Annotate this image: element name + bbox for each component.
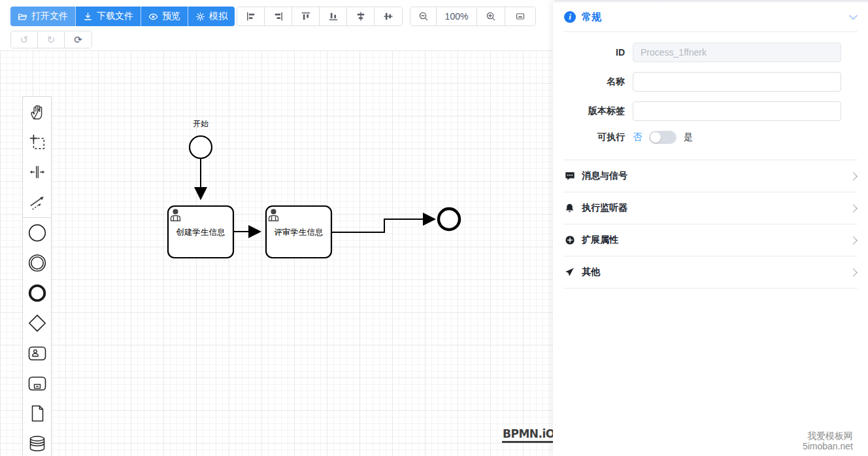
name-label: 名称 bbox=[553, 76, 625, 88]
watermark-line1: 我爱模板网 bbox=[803, 430, 853, 441]
general-form: ID 名称 版本标签 可执行 否 是 bbox=[553, 32, 868, 160]
process-diagram: 开始 创建学生信息 评审学生信息 bbox=[0, 0, 553, 456]
toggle-knob bbox=[650, 132, 661, 143]
plus-circle-icon bbox=[564, 235, 575, 245]
send-icon bbox=[564, 267, 575, 277]
task-create-student-label: 创建学生信息 bbox=[176, 228, 225, 237]
id-input[interactable] bbox=[633, 43, 841, 62]
executable-label: 可执行 bbox=[553, 132, 625, 143]
executable-toggle[interactable] bbox=[649, 131, 676, 144]
chevron-right-icon bbox=[849, 236, 858, 245]
end-event-shape[interactable] bbox=[439, 209, 459, 230]
bpmn-editor: 打开文件 下载文件 预览 模拟 bbox=[0, 0, 868, 456]
version-input[interactable] bbox=[633, 101, 841, 121]
id-label: ID bbox=[553, 47, 625, 58]
version-field-row: 版本标签 bbox=[553, 101, 841, 121]
bpmn-io-logo[interactable]: BPMN.iO bbox=[502, 427, 556, 443]
task-review-student-label: 评审学生信息 bbox=[275, 228, 324, 237]
message-icon bbox=[564, 171, 575, 181]
sequence-flow-review-to-end[interactable] bbox=[331, 219, 435, 232]
section-extended-properties[interactable]: 扩展属性 bbox=[553, 224, 868, 256]
version-label: 版本标签 bbox=[553, 105, 625, 117]
divider bbox=[563, 288, 858, 289]
properties-panel: i 常规 ID 名称 版本标签 可执行 否 是 bbox=[553, 0, 868, 456]
section-execution-listeners[interactable]: 执行监听器 bbox=[553, 192, 868, 224]
start-event-shape[interactable] bbox=[190, 136, 212, 158]
watermark-line2: 5imoban.net bbox=[803, 441, 853, 451]
bpmn-canvas[interactable]: 打开文件 下载文件 预览 模拟 bbox=[0, 0, 553, 456]
name-field-row: 名称 bbox=[553, 72, 841, 92]
executable-no-label: 否 bbox=[633, 132, 642, 143]
panel-top-edge bbox=[553, 0, 868, 3]
bell-icon bbox=[564, 203, 575, 213]
general-section-title: 常规 bbox=[582, 11, 601, 24]
chevron-right-icon bbox=[849, 172, 858, 181]
section-messages-signals[interactable]: 消息与信号 bbox=[553, 160, 868, 192]
chevron-right-icon bbox=[849, 268, 858, 277]
chevron-down-icon bbox=[849, 11, 858, 20]
executable-yes-label: 是 bbox=[684, 132, 693, 143]
chevron-right-icon bbox=[849, 204, 858, 213]
start-event-label: 开始 bbox=[193, 119, 209, 128]
executable-row: 可执行 否 是 bbox=[553, 131, 841, 144]
site-watermark: 我爱模板网 5imoban.net bbox=[803, 430, 853, 451]
section-other[interactable]: 其他 bbox=[553, 256, 868, 288]
info-icon: i bbox=[564, 11, 576, 23]
name-input[interactable] bbox=[633, 72, 841, 92]
general-section-header[interactable]: i 常规 bbox=[553, 0, 868, 31]
id-field-row: ID bbox=[553, 43, 841, 62]
